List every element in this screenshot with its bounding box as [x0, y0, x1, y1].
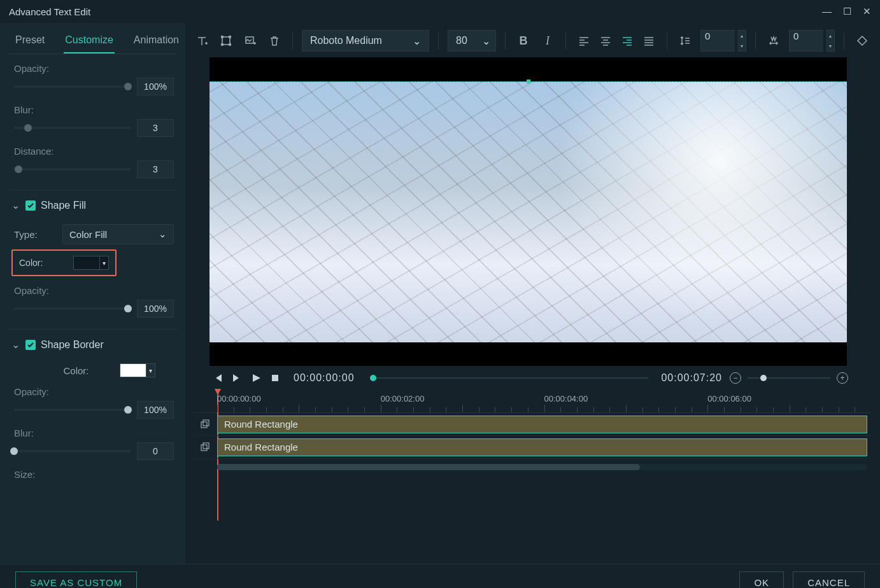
align-center-icon[interactable]: [597, 32, 614, 50]
distance-slider[interactable]: [14, 168, 131, 171]
total-time: 00:00:07:20: [661, 372, 722, 384]
fill-color-swatch[interactable]: ▾: [73, 256, 109, 270]
trash-icon[interactable]: [266, 32, 283, 50]
save-as-custom-button[interactable]: SAVE AS CUSTOM: [15, 571, 137, 589]
zoom-slider[interactable]: [748, 377, 830, 379]
blur-value[interactable]: 3: [137, 119, 174, 137]
shape-fill-title: Shape Fill: [41, 200, 86, 211]
border-opacity-value[interactable]: 100%: [137, 401, 174, 419]
svg-rect-6: [272, 375, 278, 381]
playback-slider[interactable]: [370, 377, 649, 379]
shape-border-checkbox[interactable]: [25, 340, 36, 350]
track-row: Round Rectangle: [193, 436, 871, 459]
caret-down-icon: ▾: [99, 256, 108, 269]
playback-bar: 00:00:00:00 00:00:07:20 − +: [190, 366, 874, 388]
svg-rect-0: [222, 37, 230, 45]
resize-handle[interactable]: [527, 80, 530, 83]
svg-point-3: [222, 44, 224, 46]
distance-value[interactable]: 3: [137, 160, 174, 178]
left-panel: Preset Customize Animation Opacity: 100%…: [0, 23, 185, 564]
font-value: Roboto Medium: [310, 35, 382, 46]
arrow-down-icon[interactable]: ▾: [737, 41, 746, 51]
next-button[interactable]: [231, 372, 243, 384]
type-select[interactable]: Color Fill ⌄: [62, 224, 174, 244]
timeline-clip[interactable]: Round Rectangle: [217, 438, 867, 456]
horizontal-scrollbar[interactable]: [217, 464, 867, 470]
play-button[interactable]: [250, 372, 262, 384]
align-left-icon[interactable]: [575, 32, 593, 50]
track-icon[interactable]: [193, 419, 217, 430]
border-opacity-slider[interactable]: [14, 409, 131, 411]
caret-down-icon: ▾: [146, 364, 155, 377]
fill-opacity-value[interactable]: 100%: [137, 300, 174, 318]
timeline-clip[interactable]: Round Rectangle: [217, 416, 867, 433]
text-toolbar: Roboto Medium⌄ 80⌄ B I 0▴▾ 0▴▾: [190, 25, 874, 56]
bounding-box-icon[interactable]: [217, 32, 235, 50]
border-color-swatch[interactable]: ▾: [120, 363, 155, 377]
font-size-select[interactable]: 80⌄: [448, 30, 496, 52]
tab-customize[interactable]: Customize: [64, 31, 115, 53]
prev-button[interactable]: [212, 372, 224, 384]
shape-fill-checkbox[interactable]: [25, 200, 36, 211]
svg-rect-9: [201, 445, 207, 451]
titlebar: Advanced Text Edit — ☐ ✕: [0, 0, 880, 23]
ruler-label: 00:00:06:00: [707, 394, 751, 403]
timeline-ruler[interactable]: 00:00:00:00 00:00:02:00 00:00:04:00 00:0…: [193, 390, 871, 413]
arrow-up-icon[interactable]: ▴: [826, 31, 834, 41]
section-shape-fill[interactable]: ⌄ Shape Fill: [11, 190, 174, 216]
svg-rect-10: [203, 443, 209, 449]
chevron-down-icon: ⌄: [413, 35, 421, 47]
preview-canvas[interactable]: [209, 57, 847, 366]
add-image-icon[interactable]: [241, 32, 259, 50]
italic-icon[interactable]: I: [539, 32, 557, 50]
maximize-icon[interactable]: ☐: [843, 6, 851, 17]
stop-button[interactable]: [269, 372, 281, 384]
right-panel: Roboto Medium⌄ 80⌄ B I 0▴▾ 0▴▾: [185, 23, 880, 564]
opacity-slider[interactable]: [14, 85, 131, 88]
char-spacing-value: 0: [789, 30, 823, 52]
border-size-label: Size:: [14, 469, 174, 480]
diamond-icon[interactable]: [853, 32, 871, 50]
zoom-in-button[interactable]: +: [837, 372, 848, 384]
border-opacity-label: Opacity:: [14, 386, 174, 397]
arrow-up-icon[interactable]: ▴: [737, 31, 746, 41]
close-icon[interactable]: ✕: [863, 6, 871, 17]
line-spacing-icon: [676, 32, 694, 50]
track-icon[interactable]: [193, 442, 217, 452]
fill-opacity-slider[interactable]: [14, 307, 131, 310]
add-text-icon[interactable]: [193, 32, 211, 50]
bold-icon[interactable]: B: [515, 32, 532, 50]
arrow-down-icon[interactable]: ▾: [826, 41, 834, 51]
border-blur-slider[interactable]: [14, 450, 131, 452]
svg-point-4: [229, 44, 231, 46]
section-shape-border[interactable]: ⌄ Shape Border: [11, 330, 174, 356]
opacity-value[interactable]: 100%: [137, 78, 174, 95]
blur-slider[interactable]: [14, 127, 131, 129]
zoom-out-button[interactable]: −: [730, 372, 741, 384]
border-blur-value[interactable]: 0: [137, 442, 174, 460]
window-title: Advanced Text Edit: [9, 6, 90, 17]
size-value: 80: [456, 35, 467, 46]
char-spacing-icon: [765, 32, 783, 50]
tab-animation[interactable]: Animation: [132, 31, 180, 53]
tab-preset[interactable]: Preset: [14, 31, 46, 53]
footer: SAVE AS CUSTOM OK CANCEL: [0, 564, 880, 588]
cancel-button[interactable]: CANCEL: [793, 571, 865, 589]
ok-button[interactable]: OK: [739, 571, 784, 589]
chevron-down-icon: ⌄: [11, 199, 20, 211]
line-spacing-input[interactable]: 0▴▾: [700, 30, 746, 52]
ruler-label: 00:00:00:00: [217, 394, 261, 403]
minimize-icon[interactable]: —: [822, 6, 832, 17]
distance-label: Distance:: [14, 146, 174, 157]
fill-opacity-label: Opacity:: [14, 285, 174, 296]
chevron-down-icon: ⌄: [482, 35, 490, 47]
timeline: 00:00:00:00 00:00:02:00 00:00:04:00 00:0…: [193, 390, 871, 479]
char-spacing-input[interactable]: 0▴▾: [789, 30, 835, 52]
color-highlight-box: Color: ▾: [11, 249, 117, 276]
svg-rect-7: [201, 422, 207, 428]
font-select[interactable]: Roboto Medium⌄: [302, 30, 429, 52]
type-label: Type:: [14, 229, 55, 240]
align-right-icon[interactable]: [618, 32, 636, 50]
align-justify-icon[interactable]: [640, 32, 658, 50]
line-spacing-value: 0: [700, 30, 735, 52]
